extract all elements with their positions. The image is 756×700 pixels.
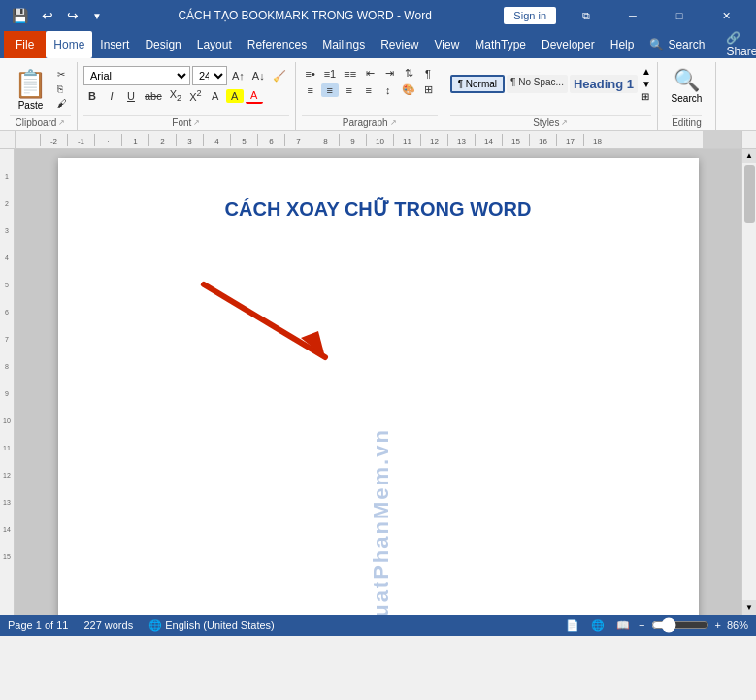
align-right-button[interactable]: ≡ [341, 83, 358, 97]
superscript-button[interactable]: X2 [186, 87, 204, 104]
editing-top: 🔍 Search [668, 66, 707, 113]
sort-button[interactable]: ⇅ [400, 66, 417, 81]
web-layout-button[interactable]: 🌐 [588, 618, 608, 633]
font-shrink-button[interactable]: A↓ [249, 69, 268, 83]
show-marks-button[interactable]: ¶ [419, 67, 437, 81]
paste-button[interactable]: 📋 Paste [10, 66, 51, 113]
font-size-select[interactable]: 24 [192, 66, 227, 85]
text-effects-button[interactable]: A [207, 89, 224, 103]
undo-icon[interactable]: ↩ [38, 6, 57, 25]
font-expand-icon[interactable]: ↗ [193, 118, 200, 127]
read-mode-button[interactable]: 📖 [613, 618, 633, 633]
borders-button[interactable]: ⊞ [420, 83, 438, 97]
search-button[interactable]: 🔍 Search [668, 66, 707, 106]
menu-view[interactable]: View [427, 31, 468, 58]
vertical-ruler: 1 2 3 4 5 6 7 8 9 10 11 12 13 14 15 [0, 149, 15, 615]
minimize-button[interactable]: ─ [610, 0, 655, 31]
scroll-thumb[interactable] [744, 165, 755, 223]
menu-home[interactable]: Home [46, 31, 92, 58]
vruler-14: 14 [0, 506, 14, 533]
share-button[interactable]: 🔗 Share [718, 31, 756, 58]
menu-references[interactable]: References [240, 31, 314, 58]
search-ribbon-button[interactable]: 🔍 Search [641, 31, 712, 58]
ruler-tick: 11 [393, 134, 420, 146]
zoom-slider[interactable] [651, 617, 709, 633]
search-ribbon-label: Search [668, 38, 705, 51]
line-spacing-button[interactable]: ↕ [379, 83, 397, 97]
menu-layout[interactable]: Layout [189, 31, 240, 58]
customize-icon[interactable]: ▼ [88, 9, 106, 23]
sign-in-button[interactable]: Sign in [504, 7, 556, 24]
font-label: Font ↗ [83, 115, 289, 128]
ruler-tick: 18 [583, 134, 610, 146]
menu-review[interactable]: Review [373, 31, 426, 58]
vruler-2: 2 [0, 180, 14, 207]
close-button[interactable]: ✕ [704, 0, 748, 31]
align-center-button[interactable]: ≡ [321, 83, 339, 97]
editing-label: Editing [672, 115, 702, 128]
italic-button[interactable]: I [103, 89, 120, 103]
menu-insert[interactable]: Insert [92, 31, 137, 58]
save-icon[interactable]: 💾 [8, 6, 32, 25]
zoom-out-button[interactable]: − [639, 619, 644, 631]
restore-button[interactable]: ⧉ [564, 0, 608, 31]
bold-button[interactable]: B [83, 89, 101, 103]
zoom-in-button[interactable]: + [715, 619, 721, 631]
shading-button[interactable]: 🎨 [399, 83, 418, 97]
language-icon: 🌐 [148, 619, 162, 631]
font-grow-button[interactable]: A↑ [229, 69, 247, 83]
text-highlight-button[interactable]: A [226, 89, 244, 103]
para-row1: ≡• ≡1 ≡≡ ⇤ ⇥ ⇅ ¶ [302, 66, 438, 81]
menu-help[interactable]: Help [603, 31, 642, 58]
styles-down-button[interactable]: ▼ [641, 79, 651, 89]
main-area: 1 2 3 4 5 6 7 8 9 10 11 12 13 14 15 CÁCH… [0, 149, 756, 615]
editing-group: 🔍 Search Editing [658, 62, 716, 130]
clipboard-expand-icon[interactable]: ↗ [58, 118, 65, 127]
increase-indent-button[interactable]: ⇥ [380, 66, 398, 81]
underline-button[interactable]: U [122, 89, 140, 103]
redo-icon[interactable]: ↪ [63, 6, 82, 25]
style-normal[interactable]: ¶ Normal [450, 75, 505, 93]
document-scroll[interactable]: CÁCH XOAY CHỮ TRONG WORD ThuThuatPhanMem… [15, 149, 741, 615]
styles-up-button[interactable]: ▲ [641, 66, 651, 77]
menu-mathtype[interactable]: MathType [467, 31, 534, 58]
menu-mailings[interactable]: Mailings [314, 31, 373, 58]
styles-expand-button[interactable]: ⊞ [641, 91, 651, 102]
strikethrough-button[interactable]: abc [142, 89, 165, 103]
search-icon: 🔍 [674, 68, 700, 93]
font-color-button[interactable]: A [246, 88, 263, 104]
align-left-button[interactable]: ≡ [302, 83, 319, 97]
style-heading1[interactable]: Heading 1 [570, 75, 638, 93]
scroll-track [742, 163, 756, 600]
font-name-select[interactable]: Arial [83, 66, 190, 85]
clear-format-button[interactable]: 🧹 [270, 69, 289, 83]
paragraph-expand-icon[interactable]: ↗ [390, 118, 397, 127]
decrease-indent-button[interactable]: ⇤ [361, 66, 378, 81]
scroll-down-button[interactable]: ▼ [742, 600, 756, 615]
vertical-scrollbar[interactable]: ▲ ▼ [741, 149, 756, 615]
menu-design[interactable]: Design [137, 31, 188, 58]
ruler-tick: 9 [339, 134, 366, 146]
word-count: 227 words [83, 619, 133, 631]
maximize-button[interactable]: □ [657, 0, 702, 31]
subscript-button[interactable]: X2 [167, 87, 184, 104]
bullets-button[interactable]: ≡• [302, 67, 319, 81]
print-layout-button[interactable]: 📄 [563, 618, 582, 633]
multilevel-button[interactable]: ≡≡ [341, 67, 359, 81]
scroll-up-button[interactable]: ▲ [742, 149, 756, 163]
language-info: 🌐 English (United States) [148, 619, 275, 632]
styles-group: ¶ Normal ¶ No Spac... Heading 1 ▲ [444, 62, 658, 130]
menu-file[interactable]: File [4, 31, 46, 58]
format-painter-button[interactable]: 🖌 [53, 97, 71, 110]
menu-developer[interactable]: Developer [534, 31, 603, 58]
cut-button[interactable]: ✂ [53, 68, 71, 81]
numbering-button[interactable]: ≡1 [321, 67, 340, 81]
paragraph-top: ≡• ≡1 ≡≡ ⇤ ⇥ ⇅ ¶ ≡ ≡ ≡ ≡ ↕ 🎨 [302, 66, 438, 113]
vruler-11: 11 [0, 424, 14, 451]
menu-bar: File Home Insert Design Layout Reference… [0, 31, 756, 58]
styles-expand-icon[interactable]: ↗ [561, 118, 568, 127]
style-no-spacing[interactable]: ¶ No Spac... [507, 75, 568, 93]
copy-button[interactable]: ⎘ [53, 83, 71, 95]
clipboard-group: 📋 Paste ✂ ⎘ 🖌 Clipboard ↗ [4, 62, 78, 130]
justify-button[interactable]: ≡ [360, 83, 378, 97]
